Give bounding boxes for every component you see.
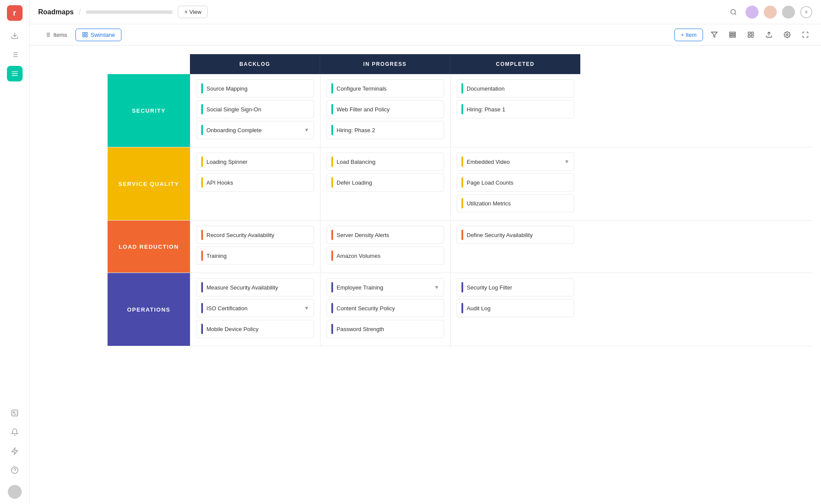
card-text: Loading Spinner <box>206 159 309 165</box>
sidebar-icon-bell[interactable] <box>7 424 23 440</box>
add-item-button[interactable]: + Item <box>674 29 703 41</box>
card-bar <box>461 177 463 188</box>
user-avatar-3[interactable] <box>782 6 795 19</box>
card-mobile-device[interactable]: Mobile Device Policy <box>196 320 314 338</box>
card-bar <box>461 230 463 240</box>
card-hiring-phase1[interactable]: Hiring: Phase 1 <box>457 100 574 118</box>
card-text: Audit Log <box>467 305 569 312</box>
user-avatar[interactable] <box>8 485 22 499</box>
card-security-log-filter[interactable]: Security Log Filter <box>457 278 574 296</box>
card-loading-spinner[interactable]: Loading Spinner <box>196 153 314 171</box>
card-text: Amazon Volumes <box>337 253 439 259</box>
svg-rect-26 <box>729 32 735 33</box>
card-text: Defer Loading <box>337 179 439 186</box>
card-bar <box>461 303 463 313</box>
export-icon[interactable] <box>762 28 776 42</box>
svg-rect-32 <box>751 35 753 37</box>
sidebar-icon-contact[interactable] <box>7 405 23 421</box>
card-text: Measure Security Availability <box>206 284 309 291</box>
card-employee-training[interactable]: Employee Training ▼ <box>327 278 444 296</box>
card-embedded-video[interactable]: Embedded Video ▼ <box>457 153 574 171</box>
card-training[interactable]: Training <box>196 247 314 265</box>
card-text: Security Log Filter <box>467 284 569 291</box>
svg-rect-27 <box>729 34 735 36</box>
card-bar <box>331 230 333 240</box>
card-api-hooks[interactable]: API Hooks <box>196 173 314 192</box>
lane-label-security: SECURITY <box>108 74 190 147</box>
main-content: Roadmaps / + View + Items Swimlane + Ite… <box>29 0 821 504</box>
lane-service-quality: SERVICE QUALITY Loading Spinner API Hook… <box>108 147 812 221</box>
lane-security: SECURITY Source Mapping Social Single Si… <box>108 74 812 147</box>
card-configure-terminals[interactable]: Configure Terminals <box>327 79 444 98</box>
add-user-button[interactable]: + <box>800 6 812 18</box>
lane-sq-backlog: Loading Spinner API Hooks <box>190 147 320 220</box>
card-text: API Hooks <box>206 179 309 186</box>
settings-icon[interactable] <box>780 28 794 42</box>
filter-icon[interactable] <box>707 28 721 42</box>
card-bar <box>331 125 333 135</box>
card-amazon-volumes[interactable]: Amazon Volumes <box>327 247 444 265</box>
card-web-filter[interactable]: Web Filter and Policy <box>327 100 444 118</box>
card-page-load-counts[interactable]: Page Load Counts <box>457 173 574 192</box>
card-iso-cert[interactable]: ISO Certification ▼ <box>196 299 314 317</box>
card-bar <box>461 198 463 208</box>
search-button[interactable] <box>726 5 740 19</box>
lane-operations: OPERATIONS Measure Security Availability… <box>108 273 812 346</box>
expand-icon[interactable] <box>798 28 812 42</box>
group-icon[interactable] <box>726 28 739 42</box>
add-view-button[interactable]: + View <box>178 6 208 18</box>
card-server-density[interactable]: Server Density Alerts <box>327 226 444 244</box>
card-onboarding[interactable]: Onboarding Complete ▼ <box>196 121 314 139</box>
card-measure-security[interactable]: Measure Security Availability <box>196 278 314 296</box>
topbar-actions: + <box>726 5 812 19</box>
card-social-sso[interactable]: Social Single Sign-On <box>196 100 314 118</box>
app-logo[interactable]: r <box>7 5 23 21</box>
card-audit-log[interactable]: Audit Log <box>457 299 574 317</box>
tab-swimlane[interactable]: Swimlane <box>75 29 121 41</box>
user-avatar-2[interactable] <box>764 6 777 19</box>
tab-items[interactable]: Items <box>38 29 74 41</box>
card-source-mapping[interactable]: Source Mapping <box>196 79 314 98</box>
user-avatar-1[interactable] <box>746 6 759 19</box>
card-bar <box>331 324 333 334</box>
card-text: Hiring: Phase 2 <box>337 127 439 133</box>
sidebar-icon-download[interactable] <box>7 28 23 43</box>
card-bar <box>331 156 333 167</box>
card-bar <box>201 125 203 135</box>
sidebar-icon-list[interactable] <box>7 47 23 62</box>
card-text: Record Security Availability <box>206 232 309 238</box>
card-text: Page Load Counts <box>467 179 569 186</box>
card-content-security-policy[interactable]: Content Security Policy <box>327 299 444 317</box>
lane-sq-completed: Embedded Video ▼ Page Load Counts Utiliz… <box>450 147 580 220</box>
sidebar: r <box>0 0 29 504</box>
lane-label-load-reduction: LOAD REDUCTION <box>108 221 190 273</box>
card-text: Documentation <box>467 85 569 92</box>
card-documentation[interactable]: Documentation <box>457 79 574 98</box>
card-text: Training <box>206 253 309 259</box>
card-bar <box>331 104 333 114</box>
card-password-strength[interactable]: Password Strength <box>327 320 444 338</box>
layout-icon[interactable] <box>744 28 758 42</box>
svg-point-13 <box>731 10 736 14</box>
card-bar <box>201 250 203 261</box>
sidebar-icon-help[interactable] <box>7 462 23 478</box>
sidebar-icon-roadmap[interactable] <box>7 66 23 81</box>
card-record-security[interactable]: Record Security Availability <box>196 226 314 244</box>
breadcrumb-separator: / <box>79 8 81 16</box>
card-bar <box>201 230 203 240</box>
card-text: Server Density Alerts <box>337 232 439 238</box>
card-bar <box>461 83 463 94</box>
card-load-balancing[interactable]: Load Balancing <box>327 153 444 171</box>
card-text: Embedded Video <box>467 159 561 165</box>
card-utilization-metrics[interactable]: Utilization Metrics <box>457 194 574 212</box>
svg-marker-11 <box>12 448 18 455</box>
card-hiring-phase2[interactable]: Hiring: Phase 2 <box>327 121 444 139</box>
card-bar <box>331 303 333 313</box>
card-defer-loading[interactable]: Defer Loading <box>327 173 444 192</box>
card-bar <box>201 177 203 188</box>
column-headers: BACKLOG IN PROGRESS COMPLETED <box>190 54 812 74</box>
card-define-security[interactable]: Define Security Availability <box>457 226 574 244</box>
col-header-in-progress: IN PROGRESS <box>320 54 450 74</box>
topbar: Roadmaps / + View + <box>29 0 821 24</box>
sidebar-icon-lightning[interactable] <box>7 443 23 459</box>
